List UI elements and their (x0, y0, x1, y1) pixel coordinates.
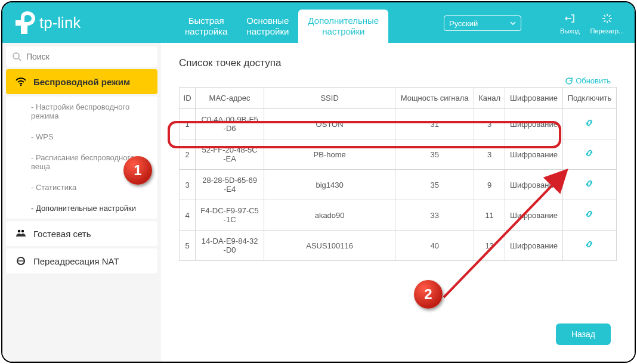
wifi-icon (16, 76, 26, 87)
cell-ssid: PB-home (264, 139, 395, 170)
col-ssid: SSID (264, 88, 395, 109)
svg-line-9 (18, 58, 21, 61)
tab-advanced[interactable]: Дополнительные настройки (298, 10, 388, 43)
logout-button[interactable]: Выход (560, 13, 580, 35)
cell-connect[interactable] (562, 139, 616, 170)
cell-channel: 11 (474, 200, 505, 231)
cell-connect[interactable] (562, 200, 616, 231)
search-box[interactable] (6, 46, 157, 67)
col-signal: Мощность сигнала (395, 88, 474, 109)
table-row: 252-FF-20-48-5C-EAPB-home353Шифрование (180, 139, 617, 170)
cell-enc: Шифрование (505, 170, 563, 200)
cell-channel: 3 (474, 139, 505, 170)
svg-line-5 (609, 20, 611, 22)
col-mac: MAC-адрес (196, 88, 264, 109)
tab-basic[interactable]: Основные настройки (237, 10, 298, 43)
page-title: Список точек доступа (179, 57, 617, 69)
cell-channel: 9 (474, 170, 505, 200)
cell-mac: C0-4A-00-9B-F5-D6 (196, 109, 264, 139)
search-icon (12, 52, 21, 61)
tab-quick-setup[interactable]: Быстрая настройка (175, 10, 237, 43)
reboot-button[interactable]: Перезагр... (590, 13, 624, 35)
cell-id: 2 (180, 139, 196, 170)
cell-id: 1 (180, 109, 196, 139)
cell-mac: F4-DC-F9-97-C5-1C (196, 200, 264, 231)
table-row: 328-28-5D-65-69-E4big1430359Шифрование (180, 170, 617, 200)
svg-line-7 (609, 15, 611, 17)
nat-icon (16, 256, 26, 266)
cell-ssid: big1430 (264, 170, 395, 200)
refresh-icon (565, 77, 573, 85)
table-row: 1C0-4A-00-9B-F5-D6OSTON313Шифрование (180, 109, 617, 139)
col-connect: Подключить (562, 88, 616, 109)
cell-signal: 35 (395, 139, 474, 170)
sidebar-item-nat[interactable]: Переадресация NAT (6, 248, 157, 273)
cell-mac: 52-FF-20-48-5C-EA (196, 139, 264, 170)
cell-signal: 33 (395, 200, 474, 231)
col-enc: Шифрование (505, 88, 563, 109)
top-bar: tp-link Быстрая настройка Основные настр… (2, 2, 635, 43)
cell-id: 3 (180, 170, 196, 200)
cell-ssid: ASUS100116 (264, 231, 395, 261)
cell-id: 4 (180, 200, 196, 231)
svg-point-12 (21, 230, 24, 232)
users-icon (16, 228, 26, 239)
cell-signal: 31 (395, 109, 474, 139)
cell-channel: 13 (474, 231, 505, 261)
cell-connect[interactable] (562, 231, 616, 261)
svg-line-4 (604, 15, 605, 17)
cell-channel: 3 (474, 109, 505, 139)
content-area: Список точек доступа Обновить ID MAC-адр… (161, 43, 635, 362)
cell-id: 5 (180, 231, 196, 261)
cell-connect[interactable] (562, 109, 616, 139)
cell-mac: 14-DA-E9-84-32-D0 (196, 231, 264, 261)
cell-enc: Шифрование (505, 139, 563, 170)
logout-icon (565, 13, 576, 24)
sub-item-advanced[interactable]: - Дополнительные настройки (6, 198, 157, 219)
connect-icon[interactable] (585, 180, 594, 190)
sub-item-wps[interactable]: - WPS (6, 126, 157, 147)
ap-table: ID MAC-адрес SSID Мощность сигнала Канал… (179, 87, 617, 261)
table-row: 4F4-DC-F9-97-C5-1Cakado903311Шифрование (180, 200, 617, 231)
connect-icon[interactable] (585, 241, 594, 251)
connect-icon[interactable] (585, 119, 594, 129)
nav-tabs: Быстрая настройка Основные настройки Доп… (175, 10, 388, 43)
sub-item-wireless-settings[interactable]: - Настройки беспроводного режима (6, 97, 157, 126)
table-header-row: ID MAC-адрес SSID Мощность сигнала Канал… (180, 88, 617, 109)
back-button[interactable]: Назад (556, 323, 611, 345)
table-row: 514-DA-E9-84-32-D0ASUS1001164013Шифрован… (180, 231, 617, 261)
svg-point-10 (20, 85, 21, 86)
brand-text: tp-link (39, 14, 81, 32)
search-input[interactable] (26, 52, 151, 61)
annotation-marker-1: 1 (123, 156, 152, 185)
cell-connect[interactable] (562, 170, 616, 200)
cell-enc: Шифрование (505, 200, 563, 231)
language-select[interactable]: Русский (444, 15, 521, 31)
cell-enc: Шифрование (505, 231, 563, 261)
svg-point-11 (18, 230, 20, 232)
brand-logo: tp-link (16, 11, 81, 34)
cell-ssid: OSTON (264, 109, 395, 139)
cell-enc: Шифрование (505, 109, 563, 139)
col-id: ID (180, 88, 196, 109)
cell-ssid: akado90 (264, 200, 395, 231)
col-channel: Канал (474, 88, 505, 109)
svg-point-8 (13, 53, 19, 59)
refresh-button[interactable]: Обновить (565, 76, 611, 85)
cell-mac: 28-28-5D-65-69-E4 (196, 170, 264, 200)
svg-line-6 (604, 20, 605, 22)
tplink-icon (16, 11, 36, 34)
connect-icon[interactable] (585, 210, 594, 220)
cell-signal: 40 (395, 231, 474, 261)
annotation-marker-2: 2 (414, 280, 443, 309)
sidebar-item-wireless[interactable]: Беспроводной режим (6, 69, 157, 94)
reboot-icon (602, 13, 613, 24)
chevron-down-icon (510, 21, 516, 25)
sidebar-item-guest[interactable]: Гостевая сеть (6, 221, 157, 246)
sidebar: Беспроводной режим - Настройки беспровод… (2, 43, 161, 362)
connect-icon[interactable] (585, 150, 594, 160)
cell-signal: 35 (395, 170, 474, 200)
